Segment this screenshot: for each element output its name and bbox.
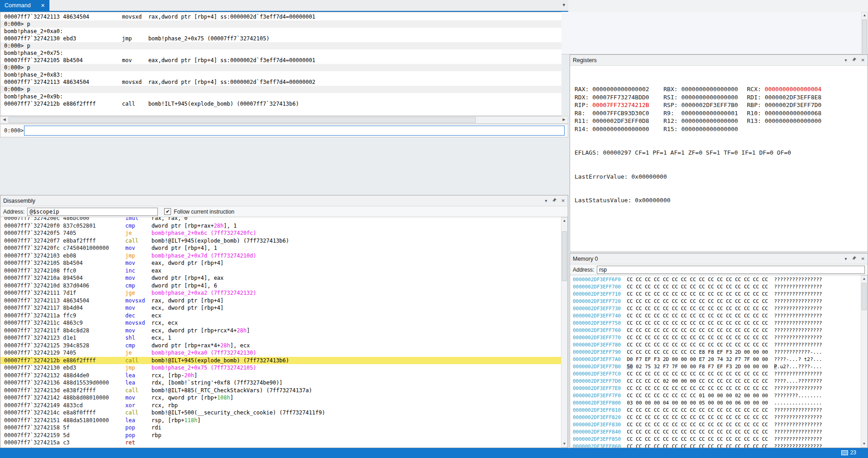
disassembly-row: 00007ff7`32742129 7405 je bomb!phase_2+0… — [0, 349, 561, 357]
memory-address: 0000002DF3EFF7E0 — [573, 385, 621, 391]
disassembly-address-input[interactable] — [27, 208, 158, 216]
disassembly-row: 00007ff7`32742111 7d1f jge bomb!phase_2+… — [0, 289, 561, 297]
memory-vertical-scrollbar[interactable]: ▲ ▼ — [861, 275, 868, 448]
memory-row: 0000002DF3EFF780 CC CC CC CC CC CC CC CC… — [573, 341, 861, 349]
command-tab-strip: Command ✕ ▼ — [0, 0, 568, 12]
memory-address: 0000002DF3EFF7B0 — [573, 364, 621, 370]
command-line: 00007ff7`32742130 ebd3 jmp bomb!phase_2+… — [0, 35, 561, 42]
pin-icon[interactable] — [552, 198, 557, 204]
pane-menu-icon[interactable]: ▼ — [562, 3, 566, 7]
disassembly-row: 00007ff7`32742149 4833cd xor rcx, rbp — [0, 402, 561, 409]
scroll-up-icon[interactable]: ▲ — [561, 218, 567, 224]
scroll-up-icon[interactable]: ▲ — [861, 276, 867, 282]
register-value: 00007FFCB93D30C0 — [592, 110, 649, 117]
pane-title: Registers — [573, 57, 840, 63]
chevron-down-icon[interactable]: ▾ — [845, 58, 847, 63]
disassembly-row: 00007ff7`3274214c e8a8f0ffff call bomb!@… — [0, 409, 561, 417]
tab-command-window[interactable]: Command ✕ — [0, 0, 49, 11]
disassembly-row: 00007ff7`32742159 5d pop rbp — [0, 432, 561, 439]
disassembly-row: 00007ff7`327420f7 e8baf2ffff call bomb!@… — [0, 237, 561, 245]
scrollbar-thumb[interactable] — [562, 231, 567, 281]
register-value: 0000000000000001 — [681, 110, 738, 117]
register-value: 00007FF73274212B — [592, 102, 649, 108]
memory-address: 0000002DF3EFF760 — [573, 327, 621, 333]
register-row: RAX: 0000000000000002RBX: 00000000000000… — [575, 85, 868, 93]
command-line: 00007ff7`32742105 8b4504 mov eax,dword p… — [0, 57, 561, 64]
memory-row: 0000002DF3EFF7A0 D0 F7 EF F3 2D 00 00 00… — [573, 356, 861, 363]
address-label: Address: — [3, 209, 24, 215]
register-row: R8: 00007FFCB93D30C0R9: 0000000000000001… — [575, 109, 868, 117]
scroll-down-icon[interactable]: ▼ — [561, 441, 567, 447]
disassembly-row: 00007ff7`32742125 394c8528 cmp dword ptr… — [0, 342, 561, 350]
status-badge[interactable]: 23 — [841, 449, 856, 456]
register-value: 0000000000000000 — [765, 117, 821, 124]
memory-row: 0000002DF3EFF840 CC CC CC CC CC CC CC CC… — [573, 429, 861, 436]
disassembly-row: 00007ff7`3274215a c3 ret — [0, 439, 561, 447]
pane-title: Disassembly — [3, 198, 541, 204]
disassembly-row: 00007ff7`32742132 488d4de0 lea rcx, [rbp… — [0, 372, 561, 380]
registers-pane: Registers ▾ ✕ RAX: 0000000000000002RBX: … — [570, 54, 868, 252]
disassembly-row: 00007ff7`32742103 eb08 jmp bomb!phase_2+… — [0, 252, 561, 260]
close-icon[interactable]: ✕ — [561, 199, 565, 203]
memory-row: 0000002DF3EFF750 CC CC CC CC CC CC CC CC… — [573, 320, 861, 327]
register-value: 0000000000000068 — [765, 110, 821, 117]
memory-address: 0000002DF3EFF740 — [573, 313, 621, 319]
scroll-left-icon[interactable]: ◀ — [1, 117, 7, 123]
follow-current-instruction-label: Follow current instruction — [174, 209, 234, 215]
chevron-down-icon[interactable]: ▾ — [845, 257, 847, 261]
command-line: bomb!phase_2+0x83: — [0, 71, 561, 78]
follow-current-instruction-checkbox[interactable]: ✔ — [164, 208, 171, 215]
close-icon[interactable]: ✕ — [861, 58, 865, 63]
register-value: 0000002DF3EFF7B0 — [681, 102, 738, 108]
disassembly-row: 00007ff7`32742136 488d15539d0000 lea rdx… — [0, 379, 561, 387]
register-value: 0000002DF3EFF7D0 — [765, 102, 821, 108]
memory-dump: 0000002DF3EFF6F0 CC CC CC CC CC CC CC CC… — [570, 275, 861, 448]
memory-row: 0000002DF3EFF790 CC CC CC CC CC CC CC CC… — [573, 349, 861, 356]
register-row: RDX: 00007FF73274BDD0RSI: 00000000000000… — [575, 93, 868, 102]
close-icon[interactable]: ✕ — [41, 3, 45, 9]
command-line: 00007ff7`32742113 48634504 movsxd rax,dw… — [0, 13, 561, 20]
disassembly-row: 00007ff7`3274210d 837d0406 cmp dword ptr… — [0, 282, 561, 290]
memory-row: 0000002DF3EFF760 CC CC CC CC CC CC CC CC… — [573, 327, 861, 334]
pin-icon[interactable] — [852, 256, 857, 262]
command-output: 00007ff7`32742113 48634504 movsxd rax,dw… — [0, 12, 561, 116]
status-badge-count: 23 — [850, 449, 856, 456]
command-horizontal-scrollbar[interactable]: ◀ ▶ — [0, 116, 568, 124]
disassembly-row: 00007ff7`3274211f 8b4c8d28 mov ecx, dwor… — [0, 327, 561, 335]
register-value: 0000000000000000 — [681, 126, 738, 132]
register-row: R11: 0000002DF3EFF0D8R12: 00000000000000… — [575, 117, 868, 125]
memory-address: 0000002DF3EFF790 — [573, 349, 621, 355]
memory-row: 0000002DF3EFF770 CC CC CC CC CC CC CC CC… — [573, 334, 861, 341]
status-bar: 23 — [0, 448, 868, 458]
memory-row: 0000002DF3EFF730 CC CC CC CC CC CC CC CC… — [573, 305, 861, 312]
disassembly-row: 00007ff7`327420ec 486bc000 imul rax, rax… — [0, 217, 561, 222]
scroll-down-icon[interactable]: ▼ — [861, 441, 867, 447]
disassembly-vertical-scrollbar[interactable]: ▲ ▼ — [561, 217, 568, 448]
chevron-down-icon[interactable]: ▾ — [545, 199, 547, 203]
disassembly-toolbar: Address: ✔ Follow current instruction — [0, 206, 568, 217]
disassembly-row: 00007ff7`327420f5 7405 je bomb!phase_2+0… — [0, 229, 561, 237]
scrollbar-thumb[interactable] — [862, 283, 867, 310]
disassembly-row: 00007ff7`32742158 5f pop rdi — [0, 424, 561, 432]
memory-row: 0000002DF3EFF7C0 CC CC CC CC CC CC CC CC… — [573, 370, 861, 378]
close-icon[interactable]: ✕ — [861, 257, 865, 261]
memory-address-input[interactable] — [597, 266, 865, 274]
memory-row: 0000002DF3EFF830 CC CC CC CC CC CC CC CC… — [573, 421, 861, 429]
disassembly-pane: Disassembly ▾ ✕ Address: ✔ Follow curren… — [0, 195, 568, 448]
scroll-right-icon[interactable]: ▶ — [561, 117, 567, 123]
pin-icon[interactable] — [852, 57, 857, 63]
memory-address: 0000002DF3EFF720 — [573, 298, 621, 304]
disassembly-row: 00007ff7`32742151 488da518010000 lea rsp… — [0, 417, 561, 424]
memory-address: 0000002DF3EFF750 — [573, 320, 621, 326]
scrollbar-thumb[interactable] — [9, 117, 476, 123]
memory-row: 0000002DF3EFF810 CC CC CC CC CC CC CC CC… — [573, 407, 861, 414]
memory-row: 0000002DF3EFF700 CC CC CC CC CC CC CC CC… — [573, 283, 861, 291]
command-input[interactable] — [24, 126, 565, 136]
register-value: 0000000000000002 — [592, 86, 649, 93]
scroll-up-icon[interactable]: ▲ — [862, 12, 868, 19]
last-error-line: LastErrorValue: 0x00000000 — [575, 173, 868, 181]
memory-row: 0000002DF3EFF7D0 CC CC CC CC 02 00 00 00… — [573, 378, 861, 385]
eflags-line: EFLAGS: 00000297 CF=1 PF=1 AF=1 ZF=0 SF=… — [575, 149, 868, 157]
monitor-icon — [841, 450, 848, 455]
disassembly-row: 00007ff7`32742123 d1e1 shl ecx, 1 — [0, 334, 561, 342]
